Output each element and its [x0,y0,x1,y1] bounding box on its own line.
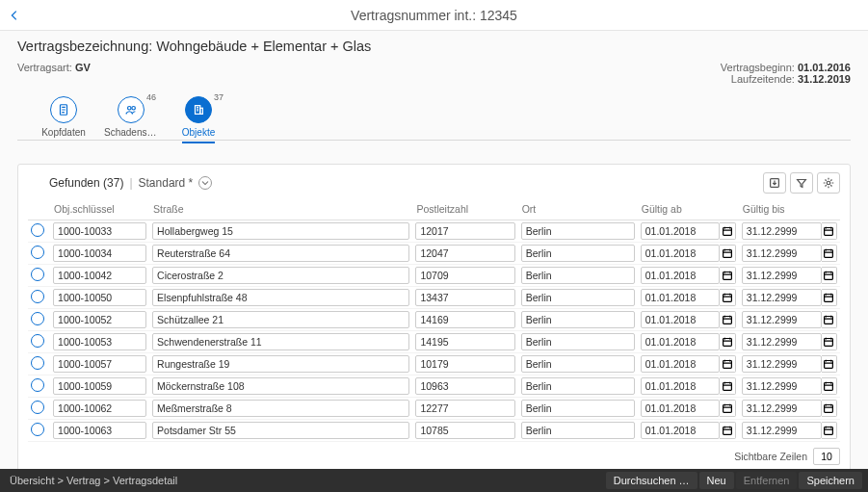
obj-key-field[interactable] [53,222,146,240]
row-select[interactable] [31,378,44,392]
date-picker-button[interactable] [720,422,735,439]
obj-key-field[interactable] [53,311,146,328]
date-picker-button[interactable] [822,355,837,373]
valid-from-field[interactable] [641,245,721,262]
col-plz[interactable]: Postleitzahl [412,199,517,220]
ort-field[interactable] [521,355,635,373]
valid-from-field[interactable] [641,355,721,373]
date-picker-button[interactable] [720,267,735,284]
valid-from-field[interactable] [641,400,721,417]
ort-field[interactable] [521,422,635,439]
valid-from-field[interactable] [641,333,721,350]
col-key[interactable]: Obj.schlüssel [50,199,149,220]
valid-to-field[interactable] [742,422,822,439]
date-picker-button[interactable] [822,267,837,284]
plz-field[interactable] [415,311,514,328]
row-select[interactable] [31,223,44,237]
street-field[interactable] [152,422,409,439]
save-button[interactable]: Speichern [799,472,862,489]
back-button[interactable] [0,9,29,22]
plz-field[interactable] [415,267,514,284]
row-select[interactable] [31,356,44,370]
row-select[interactable] [31,268,44,281]
ort-field[interactable] [521,333,635,350]
tab-objekte[interactable]: 37 Objekte [175,96,222,138]
valid-from-field[interactable] [641,267,721,284]
valid-to-field[interactable] [742,333,822,350]
ort-field[interactable] [521,222,635,240]
ort-field[interactable] [521,311,635,328]
valid-from-field[interactable] [641,289,721,306]
date-picker-button[interactable] [720,400,735,417]
valid-from-field[interactable] [641,377,721,395]
street-field[interactable] [152,333,409,350]
date-picker-button[interactable] [822,222,837,240]
ort-field[interactable] [521,267,635,284]
date-picker-button[interactable] [822,245,837,262]
plz-field[interactable] [415,222,514,240]
obj-key-field[interactable] [53,400,146,417]
valid-to-field[interactable] [742,222,822,240]
valid-to-field[interactable] [742,400,822,417]
obj-key-field[interactable] [53,422,146,439]
date-picker-button[interactable] [720,333,735,350]
row-select[interactable] [31,312,44,325]
plz-field[interactable] [415,400,514,417]
date-picker-button[interactable] [822,422,837,439]
export-button[interactable] [763,172,786,194]
valid-to-field[interactable] [742,311,822,328]
valid-from-field[interactable] [641,222,721,240]
col-street[interactable]: Straße [149,199,412,220]
tab-kopfdaten[interactable]: Kopfdaten [40,96,87,138]
street-field[interactable] [152,267,409,284]
valid-to-field[interactable] [742,377,822,395]
street-field[interactable] [152,222,409,240]
date-picker-button[interactable] [720,245,735,262]
date-picker-button[interactable] [822,333,837,350]
row-select[interactable] [31,246,44,259]
valid-to-field[interactable] [742,245,822,262]
settings-button[interactable] [817,172,840,194]
date-picker-button[interactable] [822,311,837,328]
street-field[interactable] [152,377,409,395]
plz-field[interactable] [415,245,514,262]
col-from[interactable]: Gültig ab [638,199,739,220]
date-picker-button[interactable] [720,311,735,328]
browse-button[interactable]: Durchsuchen … [606,472,697,489]
date-picker-button[interactable] [822,400,837,417]
ort-field[interactable] [521,377,635,395]
plz-field[interactable] [415,377,514,395]
col-ort[interactable]: Ort [518,199,638,220]
plz-field[interactable] [415,289,514,306]
street-field[interactable] [152,311,409,328]
obj-key-field[interactable] [53,245,146,262]
visible-rows-input[interactable] [813,448,840,465]
obj-key-field[interactable] [53,377,146,395]
plz-field[interactable] [415,333,514,350]
date-picker-button[interactable] [720,222,735,240]
date-picker-button[interactable] [822,289,837,306]
plz-field[interactable] [415,422,514,439]
plz-field[interactable] [415,355,514,373]
street-field[interactable] [152,400,409,417]
tab-schadenscodes[interactable]: 46 Schadensco… [108,96,154,138]
filter-button[interactable] [790,172,813,194]
valid-from-field[interactable] [641,311,721,328]
street-field[interactable] [152,355,409,373]
street-field[interactable] [152,289,409,306]
obj-key-field[interactable] [53,267,146,284]
obj-key-field[interactable] [53,333,146,350]
date-picker-button[interactable] [720,355,735,373]
new-button[interactable]: Neu [699,472,734,489]
col-to[interactable]: Gültig bis [739,199,840,220]
valid-to-field[interactable] [742,267,822,284]
date-picker-button[interactable] [720,289,735,306]
row-select[interactable] [31,401,44,414]
date-picker-button[interactable] [720,377,735,395]
remove-button[interactable]: Entfernen [736,472,798,489]
street-field[interactable] [152,245,409,262]
row-select[interactable] [31,334,44,348]
row-select[interactable] [31,290,44,303]
variant-dropdown[interactable] [198,176,212,190]
ort-field[interactable] [521,289,635,306]
